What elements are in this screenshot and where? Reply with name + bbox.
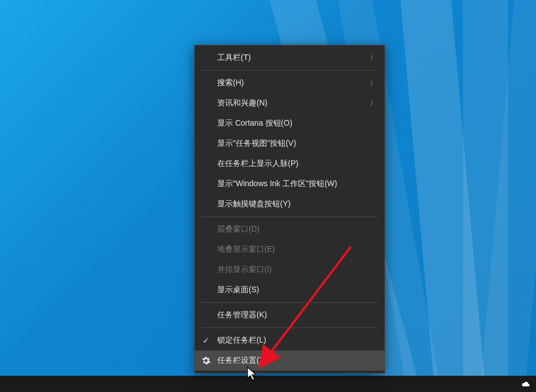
menu-search[interactable]: 搜索(H) 〉: [195, 73, 384, 93]
menu-task-manager[interactable]: 任务管理器(K): [195, 305, 384, 325]
menu-separator: [201, 216, 378, 217]
menu-taskbar-settings[interactable]: 任务栏设置(T): [195, 351, 384, 371]
menu-label: 显示"Windows Ink 工作区"按钮(W): [217, 179, 377, 189]
menu-show-touch-keyboard[interactable]: 显示触摸键盘按钮(Y): [195, 194, 384, 214]
menu-label: 显示"任务视图"按钮(V): [217, 139, 377, 149]
menu-label: 层叠窗口(D): [217, 224, 377, 234]
menu-label: 显示桌面(S): [217, 285, 377, 295]
menu-show-task-view[interactable]: 显示"任务视图"按钮(V): [195, 133, 384, 154]
menu-label: 工具栏(T): [217, 53, 370, 63]
taskbar-context-menu: 工具栏(T) 〉 搜索(H) 〉 资讯和兴趣(N) 〉 显示 Cortana 按…: [194, 45, 385, 373]
menu-side-by-side-windows: 并排显示窗口(I): [195, 260, 384, 280]
check-icon: ✓: [203, 336, 209, 345]
menu-show-people[interactable]: 在任务栏上显示人脉(P): [195, 154, 384, 174]
menu-label: 显示 Cortana 按钮(O): [217, 118, 377, 128]
chevron-right-icon: 〉: [370, 99, 377, 108]
menu-separator: [201, 302, 378, 303]
menu-label: 资讯和兴趣(N): [217, 98, 370, 108]
menu-label: 锁定任务栏(L): [217, 335, 377, 345]
menu-news-interests[interactable]: 资讯和兴趣(N) 〉: [195, 93, 384, 113]
chevron-right-icon: 〉: [370, 79, 377, 88]
gear-icon: [201, 356, 210, 365]
menu-lock-taskbar[interactable]: ✓ 锁定任务栏(L): [195, 330, 384, 351]
menu-toolbars[interactable]: 工具栏(T) 〉: [195, 48, 384, 68]
menu-label: 显示触摸键盘按钮(Y): [217, 199, 377, 209]
menu-label: 在任务栏上显示人脉(P): [217, 159, 377, 169]
menu-label: 并排显示窗口(I): [217, 265, 377, 275]
menu-show-desktop[interactable]: 显示桌面(S): [195, 280, 384, 300]
weather-icon[interactable]: [520, 379, 530, 389]
menu-separator: [201, 70, 378, 71]
menu-label: 任务栏设置(T): [217, 356, 377, 366]
menu-label: 任务管理器(K): [217, 310, 377, 320]
menu-separator: [201, 328, 378, 328]
menu-label: 堆叠显示窗口(E): [217, 245, 377, 255]
menu-show-cortana[interactable]: 显示 Cortana 按钮(O): [195, 113, 384, 133]
menu-cascade-windows: 层叠窗口(D): [195, 219, 384, 239]
menu-show-windows-ink[interactable]: 显示"Windows Ink 工作区"按钮(W): [195, 174, 384, 194]
chevron-right-icon: 〉: [370, 53, 377, 63]
menu-stacked-windows: 堆叠显示窗口(E): [195, 239, 384, 260]
taskbar[interactable]: [0, 376, 536, 392]
menu-label: 搜索(H): [217, 78, 370, 88]
